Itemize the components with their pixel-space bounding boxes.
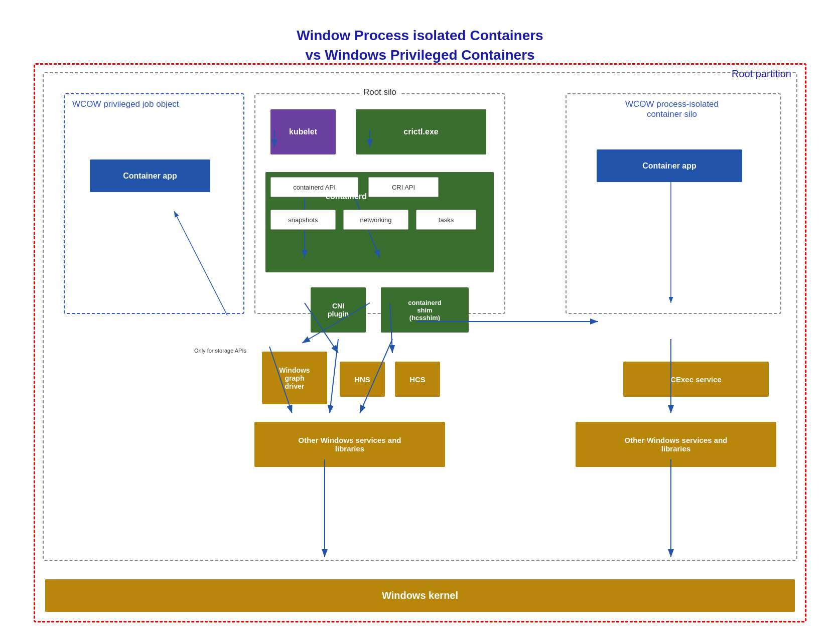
kubelet-box: kubelet — [270, 109, 336, 154]
other-windows-left-box: Other Windows services and libraries — [254, 422, 445, 467]
container-app-left: Container app — [90, 159, 210, 192]
windows-kernel-box: Windows kernel — [45, 579, 795, 612]
containerd-label: containerd — [326, 192, 367, 201]
networking-box: networking — [343, 210, 408, 230]
outer-container: WCOW privileged job object Container app… — [34, 63, 806, 622]
wcow-proc-box: WCOW process-isolated container silo Con… — [566, 93, 781, 314]
root-silo-box: Root silo kubelet crictl.exe containerd … — [254, 93, 505, 314]
cri-api-box: CRI API — [368, 177, 439, 197]
wcow-priv-box: WCOW privileged job object Container app — [64, 93, 244, 314]
wcow-proc-label: WCOW process-isolated container silo — [574, 99, 770, 119]
hcs-box: HCS — [395, 362, 440, 397]
container-app-right: Container app — [597, 149, 742, 182]
only-storage-label: Only for storage APIs — [194, 348, 246, 354]
hns-box: HNS — [340, 362, 385, 397]
windows-graph-driver-box: Windows graph driver — [262, 352, 327, 404]
tasks-box: tasks — [416, 210, 476, 230]
other-windows-right-box: Other Windows services and libraries — [576, 422, 776, 467]
page: Window Process isolated Containers vs Wi… — [19, 16, 821, 627]
crictl-box: crictl.exe — [356, 109, 486, 154]
main-title: Window Process isolated Containers vs Wi… — [19, 16, 821, 65]
wcow-priv-label: WCOW privileged job object — [72, 99, 179, 109]
cexec-box: CExec service — [623, 362, 769, 397]
containerd-shim-box: containerd shim (hcsshim) — [381, 287, 469, 333]
gray-inner: WCOW privileged job object Container app… — [43, 72, 797, 561]
root-silo-label: Root silo — [360, 87, 399, 97]
cni-plugin-box: CNI plugin — [311, 287, 366, 333]
snapshots-box: snapshots — [270, 210, 336, 230]
